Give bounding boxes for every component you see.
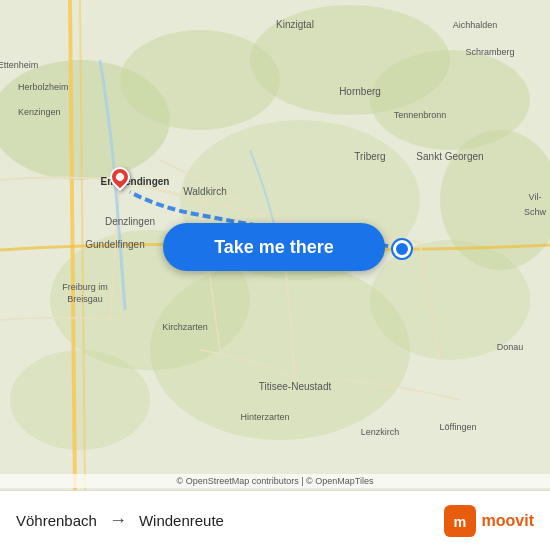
svg-text:Titisee-Neustadt: Titisee-Neustadt [259,381,332,392]
svg-text:Kinzigtal: Kinzigtal [276,19,314,30]
bottom-bar: Vöhrenbach → Windenreute m moovit [0,490,550,550]
svg-text:Freiburg im: Freiburg im [62,282,108,292]
svg-text:Lenzkirch: Lenzkirch [361,427,400,437]
route-to: Windenreute [139,512,224,529]
svg-text:Kenzingen: Kenzingen [18,107,61,117]
svg-text:Vil-: Vil- [529,192,542,202]
svg-text:Löffingen: Löffingen [440,422,477,432]
svg-text:Schw: Schw [524,207,547,217]
svg-text:Aichhalden: Aichhalden [453,20,498,30]
svg-text:Kirchzarten: Kirchzarten [162,322,208,332]
take-me-there-button[interactable]: Take me there [163,223,385,271]
svg-text:Waldkirch: Waldkirch [183,186,227,197]
svg-text:Herbolzheim: Herbolzheim [18,82,69,92]
route-arrow-icon: → [109,510,127,531]
moovit-icon: m [444,505,476,537]
svg-text:Hornberg: Hornberg [339,86,381,97]
moovit-brand-name: moovit [482,512,534,530]
svg-text:Gundelfingen: Gundelfingen [85,239,145,250]
svg-text:Schramberg: Schramberg [465,47,514,57]
svg-point-10 [10,350,150,450]
svg-text:Tennenbronn: Tennenbronn [394,110,447,120]
destination-marker [393,240,411,258]
svg-text:Hinterzarten: Hinterzarten [240,412,289,422]
route-from: Vöhrenbach [16,512,97,529]
svg-text:Denzlingen: Denzlingen [105,216,155,227]
moovit-logo: m moovit [444,505,534,537]
map-attribution: © OpenStreetMap contributors | © OpenMap… [0,474,550,488]
svg-text:Breisgau: Breisgau [67,294,103,304]
svg-text:m: m [453,513,466,529]
svg-text:Triberg: Triberg [354,151,385,162]
svg-text:Donau: Donau [497,342,524,352]
map-container: Kinzigtal Aichhalden Schramberg Ettenhei… [0,0,550,490]
svg-text:Sankt Georgen: Sankt Georgen [416,151,483,162]
svg-text:Ettenheim: Ettenheim [0,60,38,70]
